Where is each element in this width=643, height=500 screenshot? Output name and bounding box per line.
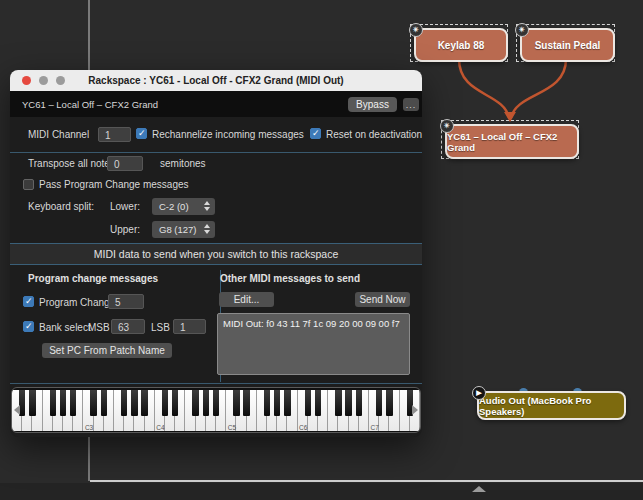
gear-badge-icon[interactable]: ✳ — [515, 23, 529, 37]
plugin-header: YC61 – Local Off – CFX2 Grand Bypass ... — [10, 91, 422, 117]
black-key[interactable] — [101, 390, 107, 416]
black-key[interactable] — [274, 390, 280, 416]
semitones-label: semitones — [160, 158, 206, 169]
midi-channel-input[interactable]: 1 — [98, 127, 131, 142]
transpose-input[interactable]: 0 — [107, 156, 143, 171]
black-key[interactable] — [315, 390, 321, 416]
black-key[interactable] — [213, 390, 219, 416]
program-change-label: Program Change — [39, 297, 115, 308]
program-change-panel-title: Program change messages — [28, 273, 158, 284]
octave-label: C4 — [156, 424, 164, 431]
program-change-checkbox[interactable] — [23, 296, 34, 307]
lower-split-value: C-2 (0) — [159, 201, 189, 212]
black-key[interactable] — [29, 390, 35, 416]
dialog-title: Rackspace : YC61 - Local Off - CFX2 Gran… — [10, 75, 422, 86]
octave-label: C6 — [299, 424, 307, 431]
black-key[interactable] — [376, 390, 382, 416]
black-key[interactable] — [335, 390, 341, 416]
block-yc61-midi-out[interactable]: ✳ YC61 – Local Off – CFX2 Grand — [445, 124, 579, 159]
lsb-input[interactable]: 1 — [173, 319, 206, 334]
block-sustain-pedal[interactable]: ✳ Sustain Pedal — [520, 28, 615, 62]
black-key[interactable] — [70, 390, 76, 416]
black-key[interactable] — [284, 390, 290, 416]
black-key[interactable] — [356, 390, 362, 416]
reset-deactivation-label: Reset on deactivation — [326, 129, 422, 140]
black-key[interactable] — [345, 390, 351, 416]
black-key[interactable] — [305, 390, 311, 416]
black-key[interactable] — [141, 390, 147, 416]
block-keylab-88[interactable]: ✳ Keylab 88 — [414, 28, 508, 62]
msb-input[interactable]: 63 — [111, 319, 145, 334]
black-key[interactable] — [60, 390, 66, 416]
row-separator — [10, 383, 422, 384]
gear-badge-icon[interactable]: ✳ — [440, 119, 454, 133]
rechannelize-checkbox[interactable] — [136, 128, 147, 139]
black-key[interactable] — [90, 390, 96, 416]
midi-wire-keylab[interactable] — [459, 59, 509, 118]
block-audio-out[interactable]: ▶ Audio Out (MacBook Pro Speakers) — [477, 391, 626, 420]
scroll-left-arrow-icon[interactable] — [14, 405, 20, 415]
upper-label: Upper: — [110, 224, 140, 235]
program-change-input[interactable]: 5 — [108, 294, 144, 309]
msb-label: MSB — [88, 322, 110, 333]
upper-split-value: G8 (127) — [159, 224, 197, 235]
scroll-right-arrow-icon[interactable] — [412, 405, 418, 415]
pass-program-change-checkbox[interactable] — [23, 179, 34, 190]
block-label: YC61 – Local Off – CFX2 Grand — [447, 131, 577, 153]
dialog-titlebar[interactable]: Rackspace : YC61 - Local Off - CFX2 Gran… — [10, 70, 422, 91]
keyboard-split-label: Keyboard split: — [28, 201, 94, 212]
black-key[interactable] — [162, 390, 168, 416]
row-separator — [10, 152, 422, 153]
black-key[interactable] — [131, 390, 137, 416]
black-key[interactable] — [50, 390, 56, 416]
upper-split-dropdown[interactable]: G8 (127) — [152, 221, 215, 238]
black-key[interactable] — [203, 390, 209, 416]
send-section-header: MIDI data to send when you switch to thi… — [10, 243, 422, 265]
black-key[interactable] — [121, 390, 127, 416]
lower-label: Lower: — [110, 201, 140, 212]
octave-label: C3 — [85, 424, 93, 431]
lower-split-dropdown[interactable]: C-2 (0) — [152, 198, 215, 215]
black-key[interactable] — [243, 390, 249, 416]
gear-badge-icon[interactable]: ✳ — [409, 23, 423, 37]
send-now-button[interactable]: Send Now — [355, 292, 410, 307]
black-key[interactable] — [233, 390, 239, 416]
bypass-button[interactable]: Bypass — [348, 97, 397, 112]
bank-select-label: Bank select — [39, 322, 91, 333]
rackspace-name-label: YC61 – Local Off – CFX2 Grand — [22, 99, 158, 110]
lsb-label: LSB — [151, 322, 170, 333]
pass-program-change-label: Pass Program Change messages — [39, 179, 189, 190]
black-key[interactable] — [386, 390, 392, 416]
midi-channel-label: MIDI Channel — [28, 129, 89, 140]
piano-keyboard[interactable]: C3C4C5C6C7 — [11, 387, 421, 433]
octave-label: C5 — [228, 424, 236, 431]
stepper-icon — [204, 201, 210, 211]
block-label: Sustain Pedal — [535, 40, 601, 51]
black-key[interactable] — [192, 390, 198, 416]
stepper-icon — [204, 224, 210, 234]
rackspace-midi-dialog: Rackspace : YC61 - Local Off - CFX2 Gran… — [10, 70, 422, 437]
black-key[interactable] — [264, 390, 270, 416]
other-midi-panel-title: Other MIDI messages to send — [220, 273, 360, 284]
edit-button[interactable]: Edit... — [219, 292, 274, 307]
more-options-button[interactable]: ... — [403, 98, 419, 111]
reset-deactivation-checkbox[interactable] — [310, 128, 321, 139]
block-label: Keylab 88 — [438, 40, 485, 51]
block-label: Audio Out (MacBook Pro Speakers) — [479, 395, 624, 417]
play-badge-icon[interactable]: ▶ — [472, 386, 486, 400]
block-selection-keylab: ✳ Keylab 88 — [410, 24, 508, 62]
black-key[interactable] — [172, 390, 178, 416]
block-selection-sustain: ✳ Sustain Pedal — [516, 24, 615, 62]
set-pc-from-patch-button[interactable]: Set PC From Patch Name — [42, 343, 172, 358]
bank-select-checkbox[interactable] — [23, 321, 34, 332]
other-midi-messages-box[interactable]: MIDI Out: f0 43 11 7f 1c 09 20 00 09 00 … — [217, 313, 410, 375]
octave-label: C7 — [371, 424, 379, 431]
midi-wire-sustain[interactable] — [511, 59, 566, 118]
block-selection-yc61: ✳ YC61 – Local Off – CFX2 Grand — [441, 120, 579, 159]
rechannelize-label: Rechannelize incoming messages — [152, 129, 304, 140]
